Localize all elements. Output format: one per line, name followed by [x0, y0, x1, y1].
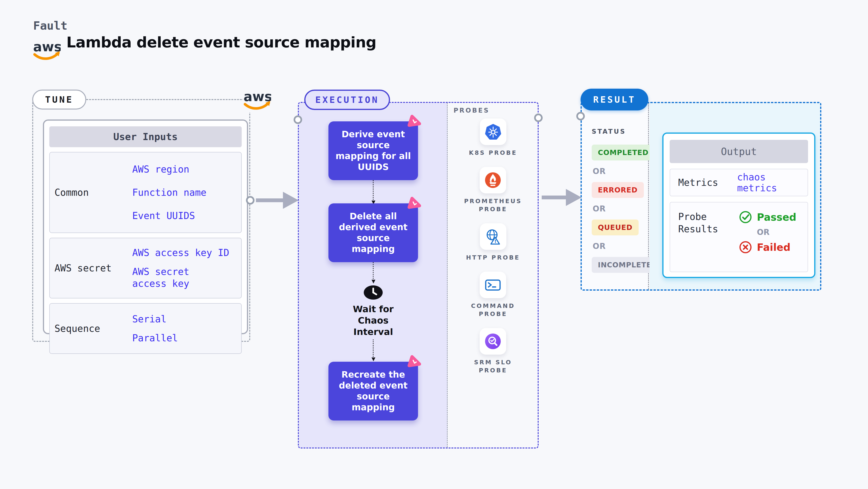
or-separator: OR [593, 242, 606, 251]
status-badge-errored: ERRORED [592, 182, 644, 198]
chaos-fault-icon [407, 355, 422, 370]
svg-text:aws: aws [244, 89, 271, 104]
probe-k8s[interactable]: K8S PROBE [469, 119, 517, 157]
output-card: Output Metrics chaos metrics Probe Resul… [662, 132, 815, 278]
probe-prometheus[interactable]: PROMETHEUS PROBE [464, 167, 522, 213]
step-label: Derive event source mapping for all UUID… [336, 129, 411, 172]
row-label: Sequence [50, 323, 132, 334]
wait-step: Wait for Chaos Interval [338, 285, 409, 338]
link-aws-secret-access-key[interactable]: AWS secret access key [132, 266, 222, 289]
x-circle-icon [739, 241, 752, 254]
execution-panel: Derive event source mapping for all UUID… [298, 102, 538, 449]
result-panel: STATUS COMPLETED OR ERRORED OR QUEUED OR… [581, 102, 821, 291]
output-area: Output Metrics chaos metrics Probe Resul… [650, 103, 820, 289]
aws-logo: aws [33, 36, 61, 63]
execution-to-result-arrow [542, 189, 583, 206]
tune-to-execution-arrow [256, 192, 299, 209]
probe-results-row: Probe Results Passed OR [670, 202, 808, 272]
command-terminal-icon [484, 276, 501, 294]
probe-label: K8S PROBE [469, 149, 517, 157]
probe-label: PROMETHEUS [464, 197, 522, 205]
http-globe-icon: ! [485, 228, 502, 245]
svg-text:!: ! [494, 239, 496, 244]
svg-text:aws: aws [33, 39, 61, 54]
flow-connector-arrow [373, 180, 374, 203]
srm-slo-icon [484, 333, 501, 350]
link-parallel[interactable]: Parallel [132, 332, 178, 344]
or-separator: OR [593, 204, 606, 213]
status-column: STATUS COMPLETED OR ERRORED OR QUEUED OR… [582, 103, 649, 289]
chaos-metrics-link[interactable]: chaos metrics [737, 172, 800, 193]
probes-heading: PROBES [454, 107, 490, 114]
user-inputs-row-common: Common AWS region Function name Event UU… [49, 152, 242, 233]
probe-srm-slo[interactable]: SRM SLO PROBE [474, 328, 512, 374]
probe-label: PROBE [474, 366, 512, 374]
status-heading: STATUS [592, 128, 648, 135]
passed-label: Passed [757, 211, 797, 223]
step-derive-event-source-mapping[interactable]: Derive event source mapping for all UUID… [329, 121, 418, 180]
user-inputs-card: User Inputs Common AWS region Function n… [43, 119, 248, 334]
execution-pill: EXECUTION [304, 90, 390, 110]
passed-result: Passed [739, 211, 797, 224]
link-aws-region[interactable]: AWS region [132, 163, 207, 175]
connector-ring [293, 116, 302, 124]
status-badge-completed: COMPLETED [592, 145, 655, 160]
connector-ring [576, 112, 585, 120]
connector-ring [246, 196, 254, 205]
failed-result: Failed [739, 241, 797, 254]
link-function-name[interactable]: Function name [132, 187, 207, 198]
user-inputs-row-sequence: Sequence Serial Parallel [49, 303, 242, 354]
probe-label: SRM SLO [474, 358, 512, 366]
kubernetes-icon [485, 123, 502, 140]
flow-connector-arrow [373, 339, 374, 360]
execution-flow-area: Derive event source mapping for all UUID… [299, 103, 447, 448]
flow-connector-arrow [373, 262, 374, 282]
check-circle-icon [739, 211, 752, 224]
row-label: Common [50, 187, 132, 198]
step-recreate-event-source-mapping[interactable]: Recreate the deleted event source mappin… [329, 362, 418, 421]
metrics-label: Metrics [678, 177, 718, 188]
link-aws-access-key-id[interactable]: AWS access key ID [132, 247, 229, 258]
probe-http[interactable]: ! HTTP PROBE [466, 223, 520, 262]
tune-pill: TUNE [32, 90, 86, 110]
wait-label: Wait for Chaos Interval [338, 303, 409, 338]
step-label: Recreate the deleted event source mappin… [339, 370, 408, 412]
status-badge-queued: QUEUED [592, 219, 639, 235]
probe-command[interactable]: COMMAND PROBE [471, 272, 515, 318]
chaos-fault-icon [407, 114, 422, 130]
probes-panel: PROBES K8S PROBE [448, 103, 538, 448]
link-serial[interactable]: Serial [132, 313, 178, 325]
or-separator: OR [757, 227, 797, 237]
step-delete-event-source-mapping[interactable]: Delete all derived event source mapping [329, 203, 418, 262]
output-header: Output [670, 140, 808, 163]
probe-label: PROBE [471, 310, 515, 318]
probe-label: HTTP PROBE [466, 254, 520, 262]
or-separator: OR [593, 166, 606, 176]
step-label: Delete all derived event source mapping [339, 211, 407, 254]
metrics-row: Metrics chaos metrics [670, 169, 808, 196]
clock-icon [363, 285, 383, 300]
user-inputs-row-aws-secret: AWS secret AWS access key ID AWS secret … [49, 238, 242, 299]
chaos-fault-icon [407, 196, 422, 212]
probe-label: COMMAND [471, 302, 515, 310]
user-inputs-header: User Inputs [49, 126, 242, 147]
aws-logo-small: aws [243, 86, 271, 112]
fault-kicker: Fault [33, 19, 67, 32]
probe-label: PROBE [464, 205, 522, 213]
page-title: Lambda delete event source mapping [66, 34, 376, 51]
failed-label: Failed [757, 242, 790, 253]
link-event-uuids[interactable]: Event UUIDS [132, 210, 207, 222]
probe-results-label: Probe Results [678, 211, 733, 264]
prometheus-icon [484, 172, 501, 189]
row-label: AWS secret [50, 263, 132, 274]
result-pill: RESULT [581, 89, 648, 111]
connector-ring [534, 114, 542, 122]
